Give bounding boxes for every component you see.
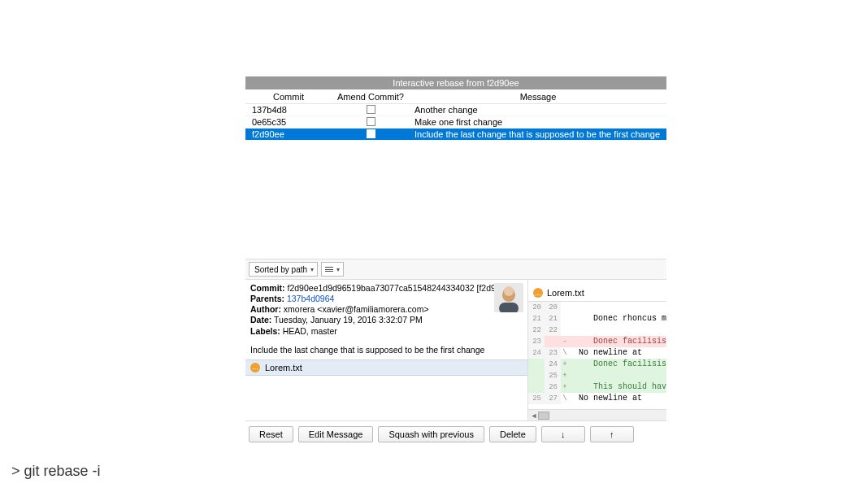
diff-code: Donec facilisis [569, 336, 666, 347]
sort-dropdown[interactable]: Sorted by path ▾ [249, 262, 318, 277]
delete-button[interactable]: Delete [489, 426, 536, 442]
diff-sign: - [561, 336, 569, 347]
view-options-dropdown[interactable]: ▾ [321, 262, 344, 277]
diff-line: 25+ [528, 370, 666, 381]
chevron-down-icon: ▾ [336, 266, 340, 273]
diff-line: 2423\ No newline at [528, 347, 666, 359]
diff-code: No newline at [569, 393, 666, 404]
svg-rect-3 [499, 303, 519, 312]
svg-point-4 [504, 286, 514, 296]
move-down-button[interactable]: ↓ [541, 426, 585, 442]
amend-checkbox[interactable] [367, 105, 375, 114]
diff-panel: … Lorem.txt 2020 2121 Donec rhoncus m222… [528, 280, 666, 420]
diff-code: This should hav [569, 381, 666, 393]
labels-label: Labels: [250, 326, 280, 336]
line-num-new: 24 [545, 359, 561, 370]
grid-header: Commit Amend Commit? Message [245, 89, 666, 104]
file-modified-icon: … [533, 288, 543, 298]
cell-amend [332, 105, 410, 115]
grid-row[interactable]: f2d90eeInclude the last change that is s… [245, 129, 666, 141]
cell-message: Another change [410, 105, 666, 115]
cell-amend [332, 117, 410, 128]
diff-sign: + [561, 381, 569, 393]
col-header-amend[interactable]: Amend Commit? [332, 92, 410, 102]
diff-sign: \ [561, 393, 569, 404]
diff-line: 2222 [528, 325, 666, 336]
line-num-new: 25 [545, 370, 561, 381]
cell-commit: f2d90ee [245, 129, 332, 139]
diff-line: 2527\ No newline at [528, 393, 666, 404]
line-num-new: 22 [545, 325, 561, 336]
amend-checkbox[interactable] [367, 129, 375, 138]
diff-area[interactable]: 2020 2121 Donec rhoncus m2222 23- Donec … [528, 302, 666, 409]
parents-label: Parents: [250, 294, 284, 303]
mid-toolbar: Sorted by path ▾ ▾ [245, 259, 666, 280]
bottom-button-bar: Reset Edit Message Squash with previous … [245, 421, 666, 442]
commit-details-panel: Commit: f2d90ee1d9d96519baa73077ca515482… [245, 280, 528, 420]
line-num-old: 21 [528, 313, 545, 325]
chevron-down-icon: ▾ [310, 266, 314, 273]
reset-button[interactable]: Reset [249, 426, 293, 442]
diff-code: Donec facilisis [569, 359, 666, 370]
author-label: Author: [250, 304, 281, 314]
cell-message: Include the last change that is supposed… [410, 129, 666, 139]
cell-commit: 0e65c35 [245, 117, 332, 127]
line-num-old: 23 [528, 336, 545, 347]
window-title: Interactive rebase from f2d90ee [245, 76, 666, 89]
labels-value: HEAD, master [283, 326, 337, 336]
parent-link[interactable]: 137b4d0964 [287, 294, 334, 303]
diff-file-header: … Lorem.txt [528, 285, 666, 302]
diff-line: 2121 Donec rhoncus m [528, 313, 666, 325]
diff-sign: + [561, 370, 569, 381]
file-name: Lorem.txt [265, 363, 302, 373]
date-label: Date: [250, 315, 271, 325]
cli-text: > git rebase -i [11, 463, 101, 480]
cell-message: Make one first change [410, 117, 666, 127]
diff-line: 26+ This should hav [528, 381, 666, 393]
diff-line: 23- Donec facilisis [528, 336, 666, 347]
line-num-new: 23 [545, 347, 561, 359]
scroll-thumb[interactable] [538, 412, 549, 420]
cell-commit: 137b4d8 [245, 105, 332, 115]
rebase-window: Interactive rebase from f2d90ee Commit A… [245, 76, 666, 442]
commit-label: Commit: [250, 283, 285, 293]
details-area: Commit: f2d90ee1d9d96519baa73077ca515482… [245, 280, 666, 421]
commit-message: Include the last change that is supposed… [245, 340, 527, 359]
date-value: Tuesday, January 19, 2016 3:32:07 PM [274, 315, 423, 325]
line-num-new: 21 [545, 313, 561, 325]
amend-checkbox[interactable] [367, 117, 375, 126]
edit-message-button[interactable]: Edit Message [298, 426, 374, 442]
commit-info: Commit: f2d90ee1d9d96519baa73077ca515482… [245, 280, 527, 340]
avatar [494, 283, 523, 312]
grid-body: 137b4d8Another change0e65c35Make one fir… [245, 104, 666, 259]
changed-file-item[interactable]: … Lorem.txt [245, 359, 527, 376]
diff-line: 24+ Donec facilisis [528, 359, 666, 370]
move-up-button[interactable]: ↑ [590, 426, 634, 442]
sort-label: Sorted by path [254, 265, 307, 274]
line-num-old: 22 [528, 325, 545, 336]
commit-grid: Commit Amend Commit? Message 137b4d8Anot… [245, 89, 666, 259]
squash-button[interactable]: Squash with previous [378, 426, 484, 442]
diff-code: Donec rhoncus m [569, 313, 666, 325]
horizontal-scrollbar[interactable]: ◄ [528, 409, 666, 420]
line-num-old: 24 [528, 347, 545, 359]
line-num-new: 26 [545, 381, 561, 393]
diff-code: No newline at [569, 347, 666, 359]
line-num-old: 20 [528, 302, 545, 313]
col-header-commit[interactable]: Commit [245, 92, 332, 102]
diff-sign: \ [561, 347, 569, 359]
author-value: xmorera <xavier@familiamorera.com> [284, 304, 429, 314]
commit-hash[interactable]: f2d90ee1d9d96519baa73077ca51548244334032… [288, 283, 513, 293]
file-modified-icon: … [250, 363, 260, 373]
grid-row[interactable]: 137b4d8Another change [245, 104, 666, 116]
cell-amend [332, 129, 410, 140]
line-num-old: 25 [528, 393, 545, 404]
col-header-message[interactable]: Message [410, 92, 666, 102]
diff-sign: + [561, 359, 569, 370]
diff-file-name: Lorem.txt [547, 288, 584, 298]
scroll-left-icon[interactable]: ◄ [530, 412, 538, 420]
grid-row[interactable]: 0e65c35Make one first change [245, 116, 666, 129]
line-num-new: 20 [545, 302, 561, 313]
list-icon [325, 267, 333, 272]
diff-line: 2020 [528, 302, 666, 313]
